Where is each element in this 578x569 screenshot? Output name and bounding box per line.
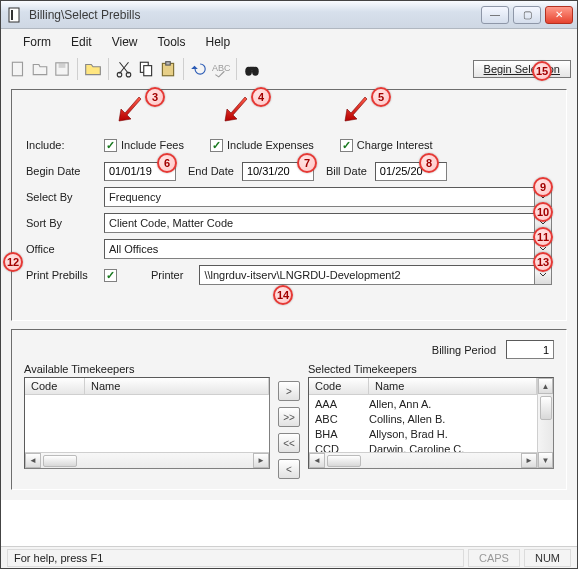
save-icon[interactable]	[53, 60, 71, 78]
print-prebills-checkbox[interactable]: ✓	[104, 269, 117, 282]
chevron-down-icon[interactable]	[535, 187, 552, 207]
chevron-down-icon[interactable]	[535, 265, 552, 285]
select-by-value: Frequency	[109, 191, 161, 203]
end-date-input[interactable]	[242, 162, 314, 181]
horizontal-scrollbar[interactable]: ◄ ►	[309, 452, 537, 468]
binoculars-icon[interactable]	[243, 60, 261, 78]
scroll-left-icon[interactable]: ◄	[25, 453, 41, 468]
office-value: All Offices	[109, 243, 158, 255]
column-header-code[interactable]: Code	[25, 378, 85, 394]
chevron-down-icon[interactable]	[535, 239, 552, 259]
available-timekeepers-label: Available Timekeepers	[24, 363, 270, 375]
status-num: NUM	[524, 549, 571, 567]
svg-rect-1	[11, 10, 13, 20]
sort-by-value: Client Code, Matter Code	[109, 217, 233, 229]
column-header-name[interactable]: Name	[85, 378, 269, 394]
form-panel: Include: ✓ Include Fees ✓ Include Expens…	[11, 89, 567, 321]
scroll-thumb[interactable]	[540, 396, 552, 420]
statusbar: For help, press F1 CAPS NUM	[1, 546, 577, 568]
list-item[interactable]: ABCCollins, Allen B.	[309, 411, 537, 426]
move-right-button[interactable]: >	[278, 381, 300, 401]
maximize-button[interactable]: ▢	[513, 6, 541, 24]
column-header-code[interactable]: Code	[309, 378, 369, 394]
charge-interest-checkbox[interactable]: ✓ Charge Interest	[340, 139, 433, 152]
scroll-thumb[interactable]	[43, 455, 77, 467]
scroll-right-icon[interactable]: ►	[521, 453, 537, 468]
scroll-thumb[interactable]	[327, 455, 361, 467]
menu-tools[interactable]: Tools	[153, 33, 189, 51]
move-all-right-button[interactable]: >>	[278, 407, 300, 427]
cut-icon[interactable]	[115, 60, 133, 78]
begin-selection-button[interactable]: Begin Selection	[473, 60, 571, 78]
begin-date-label: Begin Date	[26, 165, 96, 177]
column-header-name[interactable]: Name	[369, 378, 537, 394]
list-item[interactable]: CCDDarwin, Caroline C.	[309, 441, 537, 452]
menu-edit[interactable]: Edit	[67, 33, 96, 51]
begin-selection-label: Begin Selection	[484, 63, 560, 75]
office-label: Office	[26, 243, 96, 255]
spellcheck-icon[interactable]: ABC	[212, 60, 230, 78]
begin-date-input[interactable]	[104, 162, 176, 181]
checkmark-icon: ✓	[104, 139, 117, 152]
vertical-scrollbar[interactable]: ▲ ▼	[537, 378, 553, 468]
billing-period-input[interactable]	[506, 340, 554, 359]
include-fees-checkbox[interactable]: ✓ Include Fees	[104, 139, 184, 152]
checkmark-icon: ✓	[340, 139, 353, 152]
titlebar: Billing\Select Prebills — ▢ ✕	[1, 1, 577, 29]
include-expenses-checkbox[interactable]: ✓ Include Expenses	[210, 139, 314, 152]
paste-icon[interactable]	[159, 60, 177, 78]
selected-timekeepers-list[interactable]: Code Name AAAAllen, Ann A. ABCCollins, A…	[308, 377, 554, 469]
svg-rect-8	[144, 66, 152, 76]
selected-timekeepers-label: Selected Timekeepers	[308, 363, 554, 375]
svg-rect-0	[9, 8, 19, 22]
chevron-down-icon[interactable]	[535, 213, 552, 233]
menubar: Form Edit View Tools Help	[1, 29, 577, 55]
window-title: Billing\Select Prebills	[29, 8, 481, 22]
end-date-label: End Date	[188, 165, 234, 177]
menu-form[interactable]: Form	[19, 33, 55, 51]
scroll-right-icon[interactable]: ►	[253, 453, 269, 468]
svg-rect-2	[12, 62, 22, 76]
toolbar: ABC Begin Selection	[1, 55, 577, 83]
close-button[interactable]: ✕	[545, 6, 573, 24]
minimize-button[interactable]: —	[481, 6, 509, 24]
include-label: Include:	[26, 139, 96, 151]
undo-icon[interactable]	[190, 60, 208, 78]
printer-label: Printer	[151, 269, 183, 281]
svg-rect-14	[250, 67, 255, 70]
list-item[interactable]: AAAAllen, Ann A.	[309, 396, 537, 411]
svg-rect-4	[59, 63, 66, 68]
folder-icon[interactable]	[84, 60, 102, 78]
move-left-button[interactable]: <	[278, 459, 300, 479]
menu-view[interactable]: View	[108, 33, 142, 51]
app-icon	[7, 7, 23, 23]
print-prebills-label: Print Prebills	[26, 269, 96, 281]
scroll-left-icon[interactable]: ◄	[309, 453, 325, 468]
new-icon[interactable]	[9, 60, 27, 78]
printer-combo[interactable]: \\lngrduv-itserv\LNGRDU-Development2	[199, 265, 535, 285]
office-combo[interactable]: All Offices	[104, 239, 535, 259]
copy-icon[interactable]	[137, 60, 155, 78]
list-item[interactable]: BHAAllyson, Brad H.	[309, 426, 537, 441]
scroll-up-icon[interactable]: ▲	[538, 378, 553, 394]
menu-help[interactable]: Help	[202, 33, 235, 51]
charge-interest-text: Charge Interest	[357, 139, 433, 151]
bill-date-label: Bill Date	[326, 165, 367, 177]
sort-by-combo[interactable]: Client Code, Matter Code	[104, 213, 535, 233]
select-by-label: Select By	[26, 191, 96, 203]
open-icon[interactable]	[31, 60, 49, 78]
status-caps: CAPS	[468, 549, 520, 567]
timekeeper-panel: Billing Period Available Timekeepers Cod…	[11, 329, 567, 490]
available-timekeepers-list[interactable]: Code Name ◄ ►	[24, 377, 270, 469]
svg-rect-10	[166, 62, 171, 65]
window-buttons: — ▢ ✕	[481, 6, 573, 24]
scroll-down-icon[interactable]: ▼	[538, 452, 553, 468]
bill-date-input[interactable]	[375, 162, 447, 181]
printer-value: \\lngrduv-itserv\LNGRDU-Development2	[204, 269, 400, 281]
move-all-left-button[interactable]: <<	[278, 433, 300, 453]
billing-period-label: Billing Period	[432, 344, 496, 356]
select-by-combo[interactable]: Frequency	[104, 187, 535, 207]
sort-by-label: Sort By	[26, 217, 96, 229]
include-fees-text: Include Fees	[121, 139, 184, 151]
horizontal-scrollbar[interactable]: ◄ ►	[25, 452, 269, 468]
